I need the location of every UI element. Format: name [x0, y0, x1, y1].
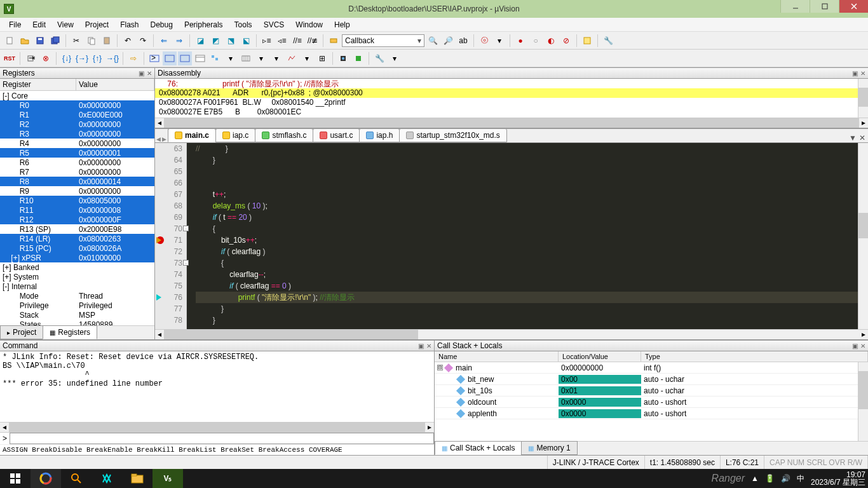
close-button[interactable] — [839, 0, 868, 13]
command-window-icon[interactable]: > — [147, 51, 161, 65]
code-line[interactable] — [196, 166, 858, 177]
register-row[interactable]: R110x00000008 — [0, 205, 154, 215]
command-input[interactable] — [10, 433, 434, 444]
tab-close-icon[interactable]: ✕ — [859, 133, 865, 142]
code-lines[interactable]: // } } t++; delay_ms ( 10 ); if ( t == 2… — [187, 143, 858, 329]
ime-indicator[interactable]: 中 — [797, 473, 804, 484]
cut-icon[interactable]: ✂ — [69, 34, 83, 48]
register-row[interactable]: R120x0000000F — [0, 215, 154, 224]
panel-close-icon[interactable]: ✕ — [860, 342, 865, 349]
scrollbar-v[interactable] — [858, 79, 868, 118]
locals-row[interactable]: applenth0x0000auto - ushort — [435, 408, 858, 419]
register-row[interactable]: R70x00000000 — [0, 167, 154, 177]
tray-up-icon[interactable]: ▲ — [751, 474, 759, 483]
register-row[interactable]: [-] Core — [0, 91, 154, 100]
menu-peripherals[interactable]: Peripherals — [179, 19, 228, 30]
code-gutter[interactable]: 6364656667686970-717273-7475767778 — [155, 143, 187, 329]
register-row[interactable]: [+] System — [0, 272, 154, 281]
registers-window-icon[interactable] — [193, 51, 207, 65]
code-line[interactable]: { — [196, 257, 858, 269]
reset-icon[interactable]: RST — [3, 51, 17, 65]
breakpoint-kill-icon[interactable]: ⊘ — [559, 34, 573, 48]
menu-help[interactable]: Help — [329, 19, 355, 30]
breakpoint-disable-icon[interactable]: ◐ — [544, 34, 558, 48]
paste-icon[interactable] — [100, 34, 114, 48]
redo-icon[interactable]: ↷ — [136, 34, 150, 48]
configure-icon[interactable]: 🔧 — [601, 34, 615, 48]
registers-table[interactable]: RegisterValue [-] Core R00x00000000 R10x… — [0, 79, 154, 325]
panel-pin-icon[interactable]: ▣ — [852, 70, 858, 77]
open-folder-icon[interactable] — [18, 34, 32, 48]
save-icon[interactable] — [33, 34, 47, 48]
comment-icon[interactable]: //≡ — [290, 34, 304, 48]
register-row[interactable]: [+] Banked — [0, 262, 154, 272]
disasm-line[interactable]: 0x0800027A F001F961 BL.W 0x08001540 __2p… — [155, 98, 858, 107]
step-out-icon[interactable]: {↑} — [90, 51, 104, 65]
code-line[interactable]: { — [196, 223, 858, 234]
menu-window[interactable]: Window — [290, 19, 328, 30]
battery-icon[interactable]: 🔋 — [765, 474, 775, 483]
volume-icon[interactable]: 🔊 — [781, 474, 790, 483]
register-row[interactable]: R13 (SP)0x20000E98 — [0, 224, 154, 234]
locals-row[interactable]: bit_new0x00auto - uchar — [435, 374, 858, 385]
register-row[interactable]: R10xE000E000 — [0, 110, 154, 119]
save-all-icon[interactable] — [48, 34, 62, 48]
bookmark-next-icon[interactable]: ⬔ — [224, 34, 238, 48]
register-row[interactable]: [+] xPSR0x01000000 — [0, 253, 154, 262]
code-line[interactable]: } — [196, 315, 858, 326]
window-icon[interactable] — [580, 34, 594, 48]
find-files-icon[interactable]: 🔎 — [441, 34, 455, 48]
tab-iap-h[interactable]: iap.h — [359, 128, 400, 142]
tab-main-c[interactable]: main.c — [168, 128, 216, 142]
locals-row[interactable]: bit_10s0x01auto - uchar — [435, 385, 858, 396]
show-next-icon[interactable]: ⇨ — [126, 51, 140, 65]
call-stack-icon[interactable] — [208, 51, 222, 65]
replace-icon[interactable]: ab — [456, 34, 470, 48]
register-row[interactable]: States14580889 — [0, 320, 154, 325]
menu-view[interactable]: View — [52, 19, 79, 30]
menu-project[interactable]: Project — [80, 19, 114, 30]
tools-icon[interactable]: 🔧 — [372, 51, 386, 65]
search-icon[interactable] — [61, 469, 92, 488]
tab-usart-c[interactable]: usart.c — [313, 128, 360, 142]
code-line[interactable]: } — [196, 154, 858, 166]
memory-window-icon[interactable] — [239, 51, 253, 65]
code-line[interactable]: } — [196, 303, 858, 315]
scrollbar-v[interactable] — [858, 143, 868, 329]
tools-dropdown-icon[interactable]: ▾ — [388, 51, 402, 65]
tray-date[interactable]: 2023/6/7 星期三 — [811, 478, 865, 486]
code-line[interactable]: printf ( "清除显示!\r\n" ); //清除显示 — [196, 292, 858, 303]
undo-icon[interactable]: ↶ — [121, 34, 135, 48]
copy-icon[interactable] — [85, 34, 98, 48]
find-icon[interactable] — [327, 34, 341, 48]
tab-project[interactable]: ▸Project — [0, 325, 43, 339]
disasm-line[interactable]: 0x08000278 A021 ADR r0,{pc}+0x88 ; @0x08… — [155, 88, 858, 98]
tab-startup_stm32f10x_md-s[interactable]: startup_stm32f10x_md.s — [399, 128, 506, 142]
register-row[interactable]: R20x00000000 — [0, 119, 154, 129]
serial-window-icon[interactable]: ▾ — [254, 51, 268, 65]
indent-icon[interactable]: ▹≡ — [260, 34, 274, 48]
scrollbar-h[interactable]: ◂▸ — [155, 118, 868, 128]
command-output[interactable]: * JLink Info: Reset: Reset device via AI… — [0, 351, 434, 422]
menu-debug[interactable]: Debug — [146, 19, 178, 30]
menu-tools[interactable]: Tools — [229, 19, 257, 30]
explorer-icon[interactable] — [122, 469, 153, 488]
nav-forward-icon[interactable]: ⇒ — [172, 34, 186, 48]
symbol-window-icon[interactable] — [178, 51, 192, 65]
nav-back-icon[interactable]: ⇐ — [157, 34, 171, 48]
new-file-icon[interactable] — [3, 34, 17, 48]
tab-memory-1[interactable]: ▦Memory 1 — [521, 441, 577, 455]
scrollbar-h[interactable]: ◂▸ — [0, 422, 434, 432]
panel-pin-icon[interactable]: ▣ — [852, 342, 858, 349]
register-row[interactable]: R30x00000000 — [0, 129, 154, 139]
panel-pin-icon[interactable]: ▣ — [139, 70, 144, 77]
step-over-icon[interactable]: {→} — [75, 51, 89, 65]
register-row[interactable]: R40x00000000 — [0, 139, 154, 148]
update-icon[interactable] — [351, 51, 365, 65]
disassembly-window-icon[interactable] — [163, 51, 177, 65]
panel-close-icon[interactable]: ✕ — [426, 342, 431, 349]
uncomment-icon[interactable]: //≢ — [306, 34, 320, 48]
chrome-icon[interactable] — [31, 469, 61, 488]
register-row[interactable]: ModeThread — [0, 291, 154, 301]
breakpoint-enable-icon[interactable]: ○ — [529, 34, 543, 48]
